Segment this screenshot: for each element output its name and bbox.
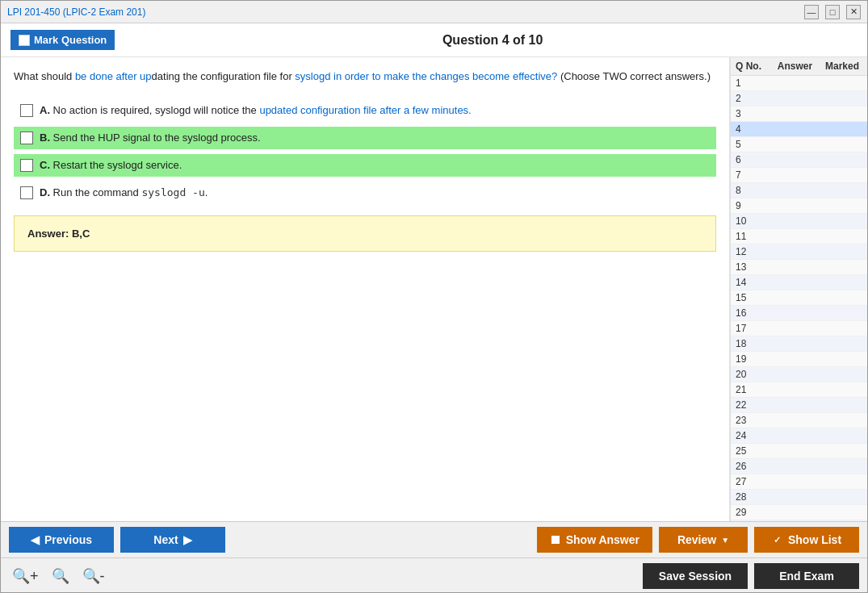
sidebar-row[interactable]: 11 (731, 229, 867, 244)
sidebar-row[interactable]: 13 (731, 260, 867, 275)
close-button[interactable]: ✕ (846, 5, 861, 19)
sidebar-row[interactable]: 12 (731, 244, 867, 260)
prev-arrow-icon: ◀ (31, 533, 40, 546)
sidebar-row[interactable]: 23 (731, 413, 867, 428)
sidebar-row[interactable]: 8 (731, 183, 867, 198)
sidebar-row[interactable]: 5 (731, 137, 867, 152)
option-row-a[interactable]: A. No action is required, syslogd will n… (14, 99, 716, 122)
sidebar-row[interactable]: 16 (731, 306, 867, 321)
question-text-highlight1: be done after up (75, 70, 152, 82)
show-list-checkbox-icon: ✓ (772, 534, 783, 545)
zoom-in-button[interactable]: 🔍+ (9, 566, 42, 587)
answer-box: Answer: B,C (14, 215, 716, 252)
sidebar-row[interactable]: 28 (731, 490, 867, 505)
option-checkbox-a[interactable] (20, 104, 33, 117)
option-row-c[interactable]: C. Restart the syslogd service. (14, 154, 716, 177)
zoom-out-button[interactable]: 🔍- (79, 566, 108, 587)
sidebar-row[interactable]: 3 (731, 106, 867, 122)
show-list-button[interactable]: ✓ Show List (754, 527, 859, 553)
window-controls: — □ ✕ (804, 5, 861, 19)
option-checkbox-d[interactable] (20, 186, 33, 199)
sidebar-qno: 17 (736, 323, 768, 334)
sidebar-qno: 4 (736, 123, 768, 135)
review-button[interactable]: Review ▼ (659, 527, 748, 553)
option-text-a: A. No action is required, syslogd will n… (40, 104, 472, 116)
option-text-c: C. Restart the syslogd service. (40, 159, 182, 171)
option-checkbox-b[interactable] (20, 132, 33, 144)
show-answer-button[interactable]: Show Answer (537, 527, 652, 553)
mark-checkbox-icon (19, 35, 30, 46)
option-text-d: D. Run the command syslogd -u. (40, 186, 208, 198)
sidebar-row[interactable]: 7 (731, 168, 867, 183)
sidebar-qno: 11 (736, 231, 768, 242)
sidebar-row[interactable]: 17 (731, 321, 867, 336)
sidebar-row[interactable]: 25 (731, 444, 867, 459)
main-container: Mark Question Question 4 of 10 What shou… (1, 23, 867, 593)
sidebar-col-answer: Answer (768, 61, 822, 72)
sidebar-row[interactable]: 15 (731, 290, 867, 306)
minimize-button[interactable]: — (804, 5, 819, 19)
sidebar-qno: 25 (736, 445, 768, 457)
sidebar-qno: 7 (736, 169, 768, 181)
sidebar-qno: 24 (736, 430, 768, 441)
sidebar-qno: 1 (736, 77, 768, 89)
sidebar-qno: 23 (736, 415, 768, 426)
sidebar-row[interactable]: 27 (731, 474, 867, 490)
sidebar-qno: 20 (736, 369, 768, 380)
sidebar-row[interactable]: 20 (731, 367, 867, 382)
sidebar-qno: 22 (736, 399, 768, 411)
sidebar-row[interactable]: 14 (731, 275, 867, 290)
sidebar-qno: 5 (736, 139, 768, 150)
bottom-bar-2: 🔍+ 🔍 🔍- Save Session End Exam (1, 558, 867, 593)
sidebar-qno: 2 (736, 93, 768, 104)
next-button[interactable]: Next ▶ (120, 527, 225, 553)
sidebar-row[interactable]: 22 (731, 398, 867, 413)
option-text-b: B. Send the HUP signal to the syslogd pr… (40, 132, 261, 144)
sidebar-row[interactable]: 21 (731, 382, 867, 398)
sidebar-row[interactable]: 10 (731, 214, 867, 229)
previous-button[interactable]: ◀ Previous (9, 527, 114, 553)
mark-question-label: Mark Question (34, 34, 107, 46)
zoom-normal-button[interactable]: 🔍 (48, 566, 73, 587)
maximize-button[interactable]: □ (825, 5, 840, 19)
sidebar-qno: 27 (736, 476, 768, 487)
sidebar-header: Q No. Answer Marked (731, 57, 867, 76)
sidebar-qno: 21 (736, 384, 768, 395)
sidebar-row[interactable]: 4 (731, 122, 867, 137)
question-text: What should be done after updating the c… (14, 69, 716, 85)
bottom-bar-1: ◀ Previous Next ▶ Show Answer Review ▼ ✓… (1, 521, 867, 558)
sidebar-qno: 9 (736, 200, 768, 211)
sidebar-row[interactable]: 19 (731, 352, 867, 367)
question-text-plain2: dating the configuration file for (152, 70, 296, 82)
sidebar-row[interactable]: 24 (731, 428, 867, 444)
app-title: LPI 201-450 (LPIC-2 Exam 201) (7, 6, 145, 18)
sidebar-row[interactable]: 6 (731, 152, 867, 168)
sidebar-row[interactable]: 26 (731, 459, 867, 474)
sidebar-qno: 28 (736, 491, 768, 503)
title-bar: LPI 201-450 (LPIC-2 Exam 201) — □ ✕ (1, 1, 867, 23)
option-checkbox-c[interactable] (20, 159, 33, 172)
sidebar-row[interactable]: 9 (731, 198, 867, 214)
sidebar-rows-container: 1 2 3 4 5 6 7 8 (731, 76, 867, 521)
sidebar-qno: 14 (736, 277, 768, 288)
sidebar-row[interactable]: 2 (731, 91, 867, 106)
show-answer-label: Show Answer (566, 533, 639, 546)
sidebar-row[interactable]: 1 (731, 76, 867, 91)
save-session-button[interactable]: Save Session (643, 563, 748, 589)
sidebar-row[interactable]: 18 (731, 336, 867, 352)
sidebar-qno: 15 (736, 292, 768, 303)
sidebar-qno: 29 (736, 507, 768, 518)
sidebar-row[interactable]: 29 (731, 505, 867, 520)
end-exam-button[interactable]: End Exam (754, 563, 859, 589)
next-label: Next (153, 533, 178, 546)
sidebar-col-qno: Q No. (736, 61, 768, 72)
option-row-b[interactable]: B. Send the HUP signal to the syslogd pr… (14, 127, 716, 149)
question-text-highlight2: syslogd in order to make the changes bec… (295, 70, 557, 82)
sidebar-qno: 26 (736, 461, 768, 472)
option-row-d[interactable]: D. Run the command syslogd -u. (14, 182, 716, 204)
mark-question-button[interactable]: Mark Question (10, 30, 115, 50)
content-area: What should be done after updating the c… (1, 57, 867, 521)
sidebar-qno: 12 (736, 246, 768, 257)
sidebar-qno: 8 (736, 185, 768, 196)
question-panel: What should be done after updating the c… (1, 57, 730, 521)
